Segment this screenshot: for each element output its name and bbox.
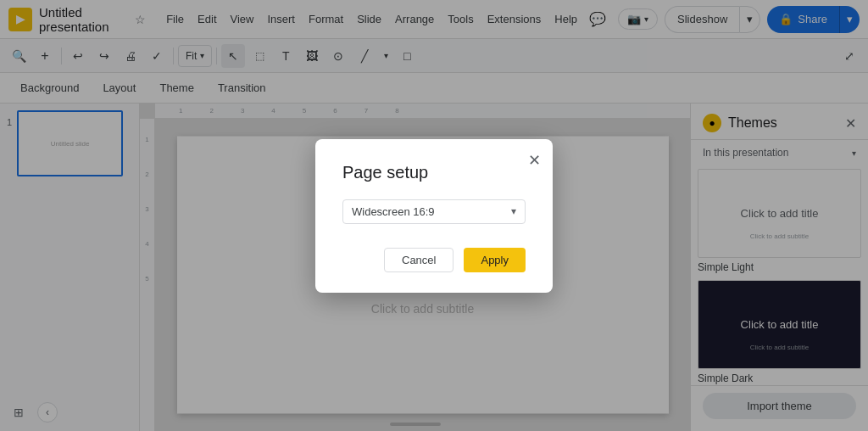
modal-close-button[interactable]: ✕ — [528, 151, 541, 170]
cancel-button[interactable]: Cancel — [384, 248, 453, 272]
modal-actions: Cancel Apply — [342, 248, 526, 272]
page-size-select[interactable]: Widescreen 16:9 ▾ — [342, 199, 526, 224]
page-size-value: Widescreen 16:9 — [352, 205, 504, 218]
select-arrow-icon: ▾ — [511, 205, 516, 217]
modal-title: Page setup — [342, 163, 526, 182]
modal-overlay: Page setup ✕ Widescreen 16:9 ▾ Cancel Ap… — [0, 0, 868, 431]
page-setup-modal: Page setup ✕ Widescreen 16:9 ▾ Cancel Ap… — [315, 139, 553, 293]
apply-button[interactable]: Apply — [464, 248, 526, 272]
